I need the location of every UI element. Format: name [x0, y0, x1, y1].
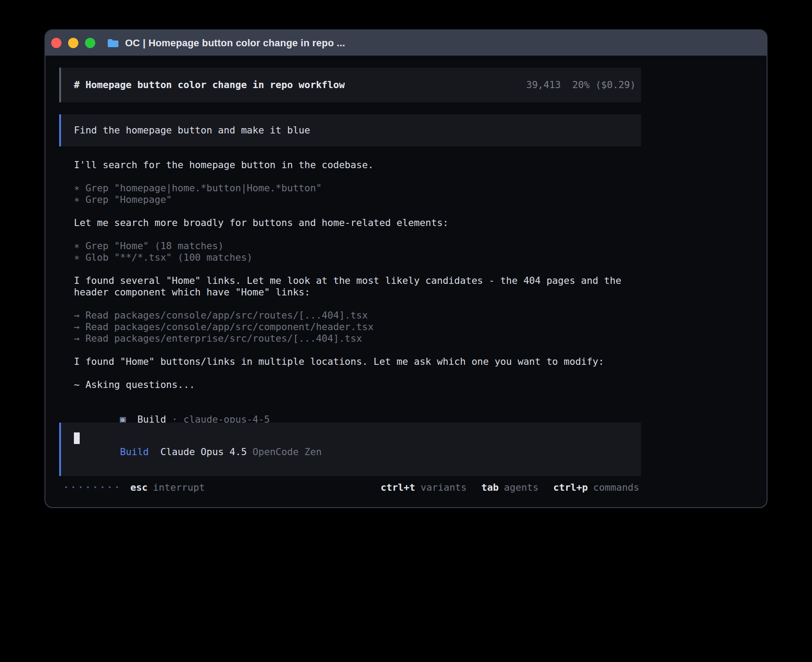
- status-bar: ········ esc interrupt ctrl+t variants t…: [63, 482, 639, 493]
- tool-call-read: → Read packages/console/app/src/componen…: [74, 321, 641, 333]
- session-meta: 39,413 20% ($0.29): [526, 79, 636, 91]
- titlebar: OC | Homepage button color change in rep…: [45, 30, 767, 56]
- hint-commands: ctrl+p commands: [553, 482, 639, 493]
- terminal-window: OC | Homepage button color change in rep…: [45, 29, 767, 508]
- commands-label: commands: [593, 482, 639, 493]
- tool-call-grep: ∗ Grep "homepage|home.*button|Home.*butt…: [74, 182, 641, 194]
- variants-label: variants: [421, 482, 467, 493]
- esc-key-label: esc: [130, 482, 148, 493]
- agent-status-line: ▣ Build · claude-opus-4-5: [74, 402, 641, 414]
- blank-line: [74, 391, 641, 402]
- blank-line: [74, 344, 641, 356]
- hint-interrupt: esc interrupt: [130, 482, 205, 493]
- context-usage: 20% ($0.29): [572, 79, 636, 91]
- ctrl-t-key-label: ctrl+t: [381, 482, 415, 493]
- prompt-input[interactable]: Build Claude Opus 4.5 OpenCode Zen: [59, 423, 641, 476]
- agents-label: agents: [504, 482, 539, 493]
- transcript: I'll search for the homepage button in t…: [74, 159, 641, 414]
- mode-badge: Build: [120, 446, 149, 457]
- ctrl-p-key-label: ctrl+p: [553, 482, 588, 493]
- asking-questions-status: ~ Asking questions...: [74, 379, 641, 391]
- tool-call-grep: ∗ Grep "Homepage": [74, 194, 641, 206]
- assistant-text: I'll search for the homepage button in t…: [74, 159, 641, 171]
- assistant-text: header component which have "Home" links…: [74, 287, 641, 298]
- token-count: 39,413: [526, 79, 561, 91]
- user-message: Find the homepage button and make it blu…: [59, 114, 641, 146]
- tool-call-read: → Read packages/console/app/src/routes/[…: [74, 310, 641, 321]
- minimize-button[interactable]: [68, 38, 78, 48]
- session-title: # Homepage button color change in repo w…: [74, 79, 345, 91]
- model-name: Claude Opus 4.5: [149, 446, 252, 457]
- hint-variants: ctrl+t variants: [381, 482, 467, 493]
- provider-name: OpenCode Zen: [252, 446, 321, 457]
- folder-icon: [107, 38, 119, 48]
- blank-line: [74, 229, 641, 240]
- zoom-button[interactable]: [85, 38, 95, 48]
- terminal-content: # Homepage button color change in repo w…: [45, 68, 767, 493]
- assistant-text: I found several "Home" links. Let me loo…: [74, 275, 641, 287]
- user-message-text: Find the homepage button and make it blu…: [74, 125, 310, 136]
- tool-call-read: → Read packages/enterprise/src/routes/[.…: [74, 333, 641, 344]
- blank-line: [74, 206, 641, 217]
- blank-line: [74, 171, 641, 182]
- tool-call-glob: ∗ Glob "**/*.tsx" (100 matches): [74, 252, 641, 263]
- window-title: OC | Homepage button color change in rep…: [125, 37, 345, 49]
- interrupt-label: interrupt: [153, 482, 205, 493]
- blank-line: [74, 263, 641, 275]
- status-bar-left: ········ esc interrupt: [63, 482, 205, 493]
- blank-line: [74, 298, 641, 310]
- spinner-icon: ········: [63, 482, 122, 493]
- status-bar-right: ctrl+t variants tab agents ctrl+p comman…: [381, 482, 639, 493]
- assistant-text: I found "Home" buttons/links in multiple…: [74, 356, 641, 367]
- session-header: # Homepage button color change in repo w…: [59, 68, 641, 102]
- tab-key-label: tab: [481, 482, 499, 493]
- input-mode-line: Build Claude Opus 4.5 OpenCode Zen: [74, 435, 322, 469]
- tool-call-grep: ∗ Grep "Home" (18 matches): [74, 240, 641, 252]
- assistant-text: Let me search more broadly for buttons a…: [74, 217, 641, 229]
- traffic-lights: [45, 38, 95, 48]
- hint-agents: tab agents: [481, 482, 539, 493]
- desktop: { "colors": { "accent_blue": "#4d7de2", …: [0, 0, 812, 662]
- blank-line: [74, 367, 641, 379]
- close-button[interactable]: [51, 38, 61, 48]
